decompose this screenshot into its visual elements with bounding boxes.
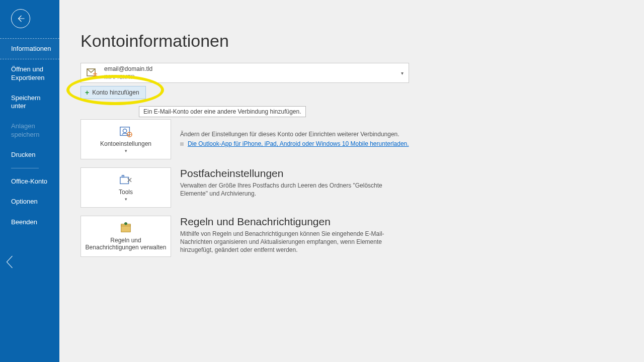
backstage-sidebar: Informationen Öffnen und Exportieren Spe… [0,0,59,362]
plus-icon: + [85,88,89,97]
section-rules: Regeln und Benachrichtigungen verwalten … [80,216,614,257]
add-account-row: + Konto hinzufügen [80,86,614,106]
section-mailbox: Tools ▾ Postfacheinstellungen Verwalten … [80,167,614,208]
rules-icon [118,222,133,235]
account-selector[interactable]: email@domain.tld IMAP/SMTP ▾ [80,63,409,83]
sidebar-item-save-as[interactable]: Speichern unter [0,88,59,117]
svg-rect-5 [122,175,124,177]
sidebar-item-office-account[interactable]: Office-Konto [0,171,59,192]
chevron-left-icon [4,254,15,269]
account-settings-icon [118,125,133,138]
account-email: email@domain.tld [104,65,152,72]
svg-rect-6 [121,225,131,232]
tools-icon [118,173,133,187]
sidebar-collapse-arrow[interactable] [4,254,15,272]
tooltip: Ein E-Mail-Konto oder eine andere Verbin… [139,106,306,117]
window-title-bar: Outlook [322,4,644,11]
svg-rect-1 [120,127,130,136]
tile-tools[interactable]: Tools ▾ [80,167,171,208]
tile-label: Tools [115,189,137,196]
sidebar-item-options[interactable]: Optionen [0,192,59,212]
sidebar-item-print[interactable]: Drucken [0,145,59,165]
rules-title: Regeln und Benachrichtigungen [180,216,410,228]
outlook-app-link[interactable]: Die Outlook-App für iPhone, iPad, Androi… [188,140,409,147]
tile-label: Regeln und Benachrichtigungen verwalten [81,237,171,251]
sidebar-item-save-attachments: Anlagen speichern [0,116,59,145]
section-account-settings: Ein E-Mail-Konto oder eine andere Verbin… [80,119,614,159]
back-button[interactable] [11,9,30,28]
rules-desc: Mithilfe von Regeln und Benachrichtigung… [180,230,410,254]
sidebar-separator [11,168,39,168]
sidebar-item-info[interactable]: Informationen [0,38,59,59]
account-icon [86,67,98,79]
main-content: Kontoinformationen email@domain.tld IMAP… [80,31,614,257]
account-texts: email@domain.tld IMAP/SMTP [104,65,152,80]
sidebar-nav: Informationen Öffnen und Exportieren Spe… [0,38,59,232]
tile-rules[interactable]: Regeln und Benachrichtigungen verwalten [80,216,171,257]
sidebar-item-open-export[interactable]: Öffnen und Exportieren [0,59,59,88]
bullet-icon [180,142,184,146]
section-copy-rules: Regeln und Benachrichtigungen Mithilfe v… [180,216,410,254]
arrow-left-icon [16,14,25,23]
add-account-button[interactable]: + Konto hinzufügen [80,86,146,99]
page-title: Kontoinformationen [80,31,614,51]
chevron-down-icon: ▾ [125,148,127,153]
mailbox-desc: Verwalten der Größe Ihres Postfachs durc… [180,182,410,198]
add-account-label: Konto hinzufügen [92,89,139,96]
svg-point-2 [123,129,126,132]
chevron-down-icon: ▾ [401,70,404,76]
tile-account-settings[interactable]: Kontoeinstellungen ▾ [80,119,171,159]
section-copy-settings: Ändern der Einstellungen für dieses Kont… [180,119,409,147]
chevron-down-icon: ▾ [125,197,127,202]
section-copy-mailbox: Postfacheinstellungen Verwalten der Größ… [180,167,410,198]
svg-rect-4 [120,177,129,184]
settings-desc: Ändern der Einstellungen für dieses Kont… [180,130,409,138]
account-protocol: IMAP/SMTP [104,74,152,80]
sidebar-item-exit[interactable]: Beenden [0,212,59,232]
mailbox-title: Postfacheinstellungen [180,167,410,179]
tile-label: Kontoeinstellungen [96,140,155,147]
bullet-line: Die Outlook-App für iPhone, iPad, Androi… [180,140,409,147]
